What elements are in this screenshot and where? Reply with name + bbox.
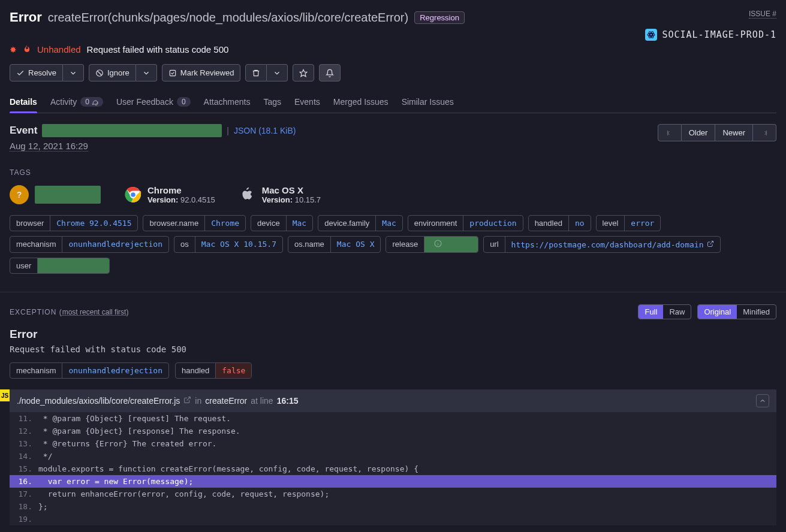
svg-point-12 [130, 192, 135, 197]
source-toggle: Original Minified [697, 304, 776, 319]
tab-activity-label: Activity [50, 97, 77, 107]
pager-last[interactable] [753, 124, 776, 141]
tag-pills: browserChrome 92.0.4515browser.nameChrom… [10, 215, 776, 274]
fire-icon [23, 44, 31, 55]
toggle-minified[interactable]: Minified [737, 305, 776, 319]
browser-name: Chrome [147, 185, 215, 195]
tag-pill[interactable]: browserChrome 92.0.4515 [10, 215, 138, 231]
activity-count: 0 [80, 97, 103, 107]
tag-pill[interactable]: device.familyMac [318, 215, 403, 231]
stack-trace: JS ./node_modules/axios/lib/core/createE… [10, 389, 776, 525]
js-badge: JS [0, 389, 10, 401]
svg-line-17 [187, 397, 191, 401]
frame-function: createError [205, 396, 247, 406]
user-avatar[interactable]: ? [10, 185, 29, 204]
view-toggle: Full Raw [638, 304, 691, 319]
issue-tabs: Details Activity 0 User Feedback 0 Attac… [10, 91, 776, 113]
issue-type: Error [10, 10, 42, 25]
issue-header: Error createError(chunks/pages/node_modu… [10, 0, 776, 55]
error-type-icon: ✸ [10, 45, 17, 55]
code-line: 15.module.exports = function createError… [10, 463, 776, 475]
frame-line: 16:15 [277, 396, 299, 406]
code-line: 18.}; [10, 500, 776, 513]
frame-header[interactable]: ./node_modules/axios/lib/core/createErro… [10, 389, 776, 412]
delete-button[interactable] [245, 64, 267, 81]
action-bar: Resolve Ignore Mark Reviewed [10, 64, 776, 81]
tab-feedback-label: User Feedback [116, 97, 173, 107]
pager-older[interactable]: Older [682, 124, 716, 141]
delete-dropdown[interactable] [267, 64, 288, 81]
external-link-icon[interactable] [707, 240, 714, 249]
tab-attachments[interactable]: Attachments [204, 91, 251, 113]
tab-details[interactable]: Details [10, 91, 37, 113]
event-timestamp: Aug 12, 2021 16:29 [10, 141, 88, 152]
code-line: 19. [10, 513, 776, 525]
error-type-heading: Error [10, 328, 776, 341]
pager-first[interactable] [658, 124, 682, 141]
tab-tags[interactable]: Tags [263, 91, 281, 113]
apple-icon [239, 186, 256, 203]
regression-badge: Regression [414, 11, 465, 24]
ignore-dropdown[interactable] [136, 64, 157, 81]
issue-number-label[interactable]: ISSUE # [749, 10, 776, 19]
svg-rect-6 [170, 70, 175, 75]
ignore-label: Ignore [107, 68, 130, 77]
separator: | [227, 126, 229, 135]
bookmark-button[interactable] [293, 64, 314, 81]
tab-similar[interactable]: Similar Issues [402, 91, 454, 113]
code-line: 13. * @returns {Error} The created error… [10, 437, 776, 450]
tags-heading: TAGS [10, 168, 776, 177]
os-name: Mac OS X [262, 185, 321, 195]
tag-pill[interactable]: mechanismonunhandledrejection [10, 236, 169, 253]
tag-pill[interactable]: browser.nameChrome [143, 215, 246, 231]
resolve-button[interactable]: Resolve [10, 64, 63, 81]
tag-pill[interactable]: osMac OS X 10.15.7 [174, 236, 283, 253]
ignore-button[interactable]: Ignore [89, 64, 136, 81]
call-order[interactable]: most recent call first [62, 308, 127, 316]
mark-reviewed-button[interactable]: Mark Reviewed [162, 64, 241, 81]
pill-handled[interactable]: handled false [175, 362, 252, 379]
tab-merged[interactable]: Merged Issues [333, 91, 389, 113]
code-line: 17. return enhanceError(error, config, c… [10, 488, 776, 500]
code-line: 12. * @param {Object} [response] The res… [10, 425, 776, 437]
tag-pill[interactable]: deviceMac [251, 215, 313, 231]
project-icon [645, 29, 657, 41]
tag-highlights: ? Chrome Version: 92.0.4515 Mac OS X Ver… [10, 185, 776, 204]
frame-path: ./node_modules/axios/lib/core/createErro… [17, 396, 180, 406]
toggle-original[interactable]: Original [698, 305, 737, 319]
svg-point-0 [651, 34, 653, 36]
tab-user-feedback[interactable]: User Feedback 0 [116, 91, 191, 113]
subscribe-button[interactable] [319, 64, 341, 81]
tag-pill[interactable]: levelerror [596, 215, 661, 231]
issue-culprit: createError(chunks/pages/node_modules/ax… [48, 11, 408, 25]
tag-pill[interactable]: urlhttps://postmage.com/dashboard/add-do… [483, 236, 721, 253]
resolve-dropdown[interactable] [63, 64, 84, 81]
external-link-icon[interactable] [183, 396, 191, 406]
tag-pill[interactable]: os.nameMac OS X [288, 236, 381, 253]
pill-mechanism[interactable]: mechanism onunhandledrejection [10, 362, 169, 379]
code-line: 16. var error = new Error(message); [10, 475, 776, 488]
svg-line-5 [97, 71, 101, 75]
tab-events[interactable]: Events [294, 91, 320, 113]
svg-line-16 [710, 241, 713, 244]
tag-pill[interactable]: release [386, 236, 478, 253]
pager-newer[interactable]: Newer [715, 124, 753, 141]
toggle-raw[interactable]: Raw [663, 305, 691, 319]
tag-pill[interactable]: environmentproduction [408, 215, 523, 231]
event-pager: Older Newer [658, 124, 776, 141]
code-line: 14. */ [10, 450, 776, 463]
resolve-label: Resolve [28, 68, 56, 77]
error-reason: Request failed with status code 500 [87, 44, 229, 55]
svg-marker-7 [300, 69, 308, 77]
toggle-full[interactable]: Full [639, 305, 663, 319]
tab-activity[interactable]: Activity 0 [50, 91, 103, 113]
exception-title: EXCEPTION (most recent call first) [10, 308, 129, 316]
tag-pill[interactable]: handledno [528, 215, 591, 231]
code-block: 11. * @param {Object} [request] The requ… [10, 412, 776, 525]
project-name[interactable]: SOCIAL-IMAGE-PROD-1 [662, 29, 776, 40]
code-line: 11. * @param {Object} [request] The requ… [10, 412, 776, 425]
json-link[interactable]: JSON (18.1 KiB) [234, 126, 296, 135]
collapse-frame-button[interactable] [756, 394, 769, 407]
chrome-icon [125, 186, 141, 203]
tag-pill[interactable]: user [10, 258, 110, 274]
